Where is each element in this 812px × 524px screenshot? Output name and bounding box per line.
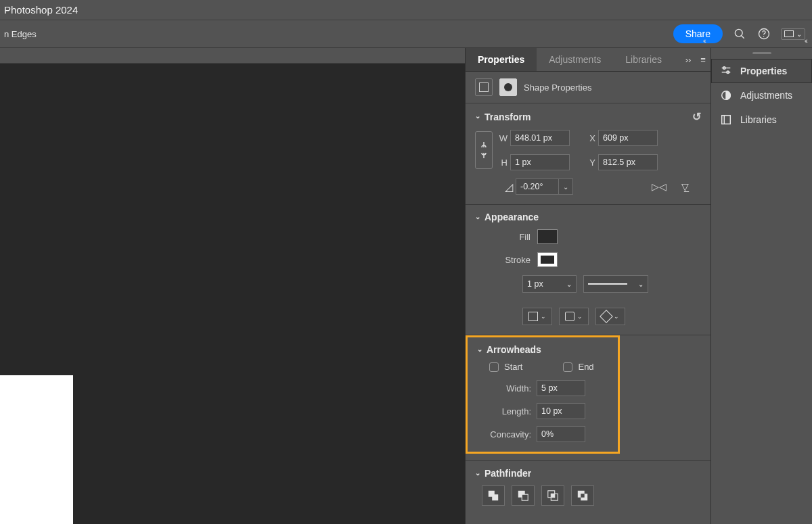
tab-adjustments[interactable]: Adjustments	[537, 48, 613, 71]
document-area	[0, 48, 465, 524]
shape-mask-icon[interactable]	[499, 78, 517, 96]
angle-icon: ◿	[502, 181, 516, 193]
panel-subtitle: Shape Properties	[524, 82, 591, 93]
panel-expand-icon[interactable]: ››	[681, 55, 696, 65]
properties-panel: ‹‹ Properties Adjustments Libraries ›› ≡…	[465, 48, 710, 524]
half-circle-icon	[720, 89, 732, 101]
chevron-down-icon: ⌄	[477, 346, 482, 353]
arrowhead-length-label: Length:	[477, 406, 531, 416]
arrowhead-concavity-label: Concavity:	[477, 429, 531, 439]
document-tabstrip[interactable]	[0, 48, 465, 63]
document-page	[0, 375, 73, 524]
stroke-align-dropdown[interactable]: ⌄	[522, 308, 552, 325]
panel-menu-icon[interactable]: ≡	[696, 55, 710, 65]
dock-item-label: Properties	[740, 66, 787, 76]
arrowhead-end-label: End	[578, 362, 593, 372]
stroke-label: Stroke	[494, 255, 531, 265]
dock-item-label: Adjustments	[740, 90, 792, 101]
link-dimensions-icon[interactable]	[475, 131, 493, 169]
rotation-dropdown[interactable]: ⌄	[558, 178, 573, 195]
pathfinder-subtract-button[interactable]	[512, 485, 535, 506]
width-input[interactable]	[510, 130, 570, 146]
stroke-width-dropdown[interactable]: 1 px ⌄	[522, 275, 577, 293]
fill-label: Fill	[494, 232, 531, 242]
svg-rect-8	[551, 494, 554, 497]
section-arrowheads-header[interactable]: ⌄ Arrowheads	[477, 344, 608, 355]
frame-mode-dropdown[interactable]: ⌄	[781, 28, 805, 40]
flip-horizontal-icon[interactable]: ▷◁	[652, 181, 667, 192]
svg-line-1	[742, 36, 744, 39]
panel-tabs: Properties Adjustments Libraries ›› ≡	[466, 48, 710, 72]
app-title: Photoshop 2024	[4, 4, 78, 16]
y-input[interactable]	[598, 154, 658, 170]
book-icon	[720, 114, 732, 126]
section-appearance: ⌄ Appearance Fill Stroke	[466, 204, 710, 335]
tab-properties[interactable]: Properties	[466, 48, 537, 71]
pathfinder-intersect-button[interactable]	[541, 485, 564, 506]
panel-subheader: Shape Properties	[466, 72, 710, 103]
frame-icon	[784, 30, 794, 37]
sliders-icon	[720, 65, 732, 77]
height-label: H	[495, 158, 510, 168]
stroke-swatch[interactable]	[537, 252, 558, 267]
stroke-style-preview	[588, 283, 627, 285]
dock-panel: ‹‹ Properties Adjustments	[710, 48, 812, 524]
section-appearance-title: Appearance	[484, 212, 539, 222]
share-button[interactable]: Share	[673, 24, 723, 43]
section-transform-header[interactable]: ⌄ Transform ↺	[475, 110, 701, 123]
section-transform: ⌄ Transform ↺ W X H	[466, 103, 710, 204]
stroke-width-value: 1 px	[527, 279, 543, 289]
shape-bounds-icon[interactable]	[475, 78, 493, 96]
section-appearance-header[interactable]: ⌄ Appearance	[475, 212, 701, 222]
chevron-down-icon: ⌄	[475, 112, 480, 120]
stroke-corners-dropdown[interactable]: ⌄	[595, 308, 625, 325]
section-pathfinder-title: Pathfinder	[484, 468, 531, 479]
arrowhead-length-input[interactable]	[537, 403, 585, 419]
height-input[interactable]	[510, 154, 570, 170]
svg-point-3	[763, 36, 765, 37]
help-icon[interactable]	[757, 26, 771, 41]
dock-collapse-icon[interactable]: ‹‹	[805, 37, 807, 45]
arrowhead-width-label: Width:	[477, 383, 531, 394]
svg-point-0	[735, 29, 742, 37]
dock-grip[interactable]	[711, 52, 812, 56]
chevron-down-icon: ⌄	[561, 281, 572, 288]
x-label: X	[583, 133, 598, 143]
section-pathfinder: ⌄ Pathfinder	[466, 460, 710, 515]
dock-item-libraries[interactable]: Libraries	[711, 108, 812, 132]
chevron-down-icon: ⌄	[633, 281, 644, 288]
pathfinder-exclude-button[interactable]	[571, 485, 594, 506]
arrowhead-start-label: Start	[504, 362, 522, 372]
tab-libraries[interactable]: Libraries	[613, 48, 674, 71]
chevron-down-icon: ⌄	[475, 213, 480, 220]
arrowhead-width-input[interactable]	[537, 380, 585, 396]
arrowhead-end-checkbox[interactable]: End	[563, 362, 593, 372]
x-input[interactable]	[598, 130, 658, 146]
pathfinder-unite-button[interactable]	[482, 485, 505, 506]
arrowheads-highlight: ⌄ Arrowheads Start End	[466, 335, 620, 454]
reset-transform-icon[interactable]: ↺	[692, 110, 701, 123]
titlebar: Photoshop 2024	[0, 0, 812, 20]
chevron-down-icon: ⌄	[796, 30, 802, 38]
dock-item-label: Libraries	[740, 114, 777, 125]
arrowhead-concavity-input[interactable]	[537, 426, 585, 442]
search-icon[interactable]	[732, 26, 747, 41]
dock-item-properties[interactable]: Properties	[711, 59, 812, 83]
panel-collapse-icon[interactable]: ‹‹	[703, 37, 705, 45]
section-pathfinder-header[interactable]: ⌄ Pathfinder	[475, 468, 701, 479]
width-label: W	[495, 133, 510, 143]
options-left-label: n Edges	[4, 29, 37, 39]
stroke-style-dropdown[interactable]: ⌄	[583, 275, 648, 293]
dock-item-adjustments[interactable]: Adjustments	[711, 83, 812, 108]
section-transform-title: Transform	[484, 112, 531, 122]
arrowhead-start-checkbox[interactable]: Start	[489, 362, 522, 372]
flip-vertical-icon[interactable]: ▽̲	[681, 181, 689, 192]
fill-swatch[interactable]	[537, 229, 558, 244]
section-arrowheads: ⌄ Arrowheads Start End	[466, 335, 710, 454]
canvas[interactable]	[0, 63, 465, 524]
rotation-input[interactable]	[516, 178, 559, 195]
y-label: Y	[583, 158, 598, 168]
options-bar: n Edges Share ⌄	[0, 20, 812, 48]
svg-rect-5	[522, 494, 528, 500]
stroke-caps-dropdown[interactable]: ⌄	[559, 308, 589, 325]
